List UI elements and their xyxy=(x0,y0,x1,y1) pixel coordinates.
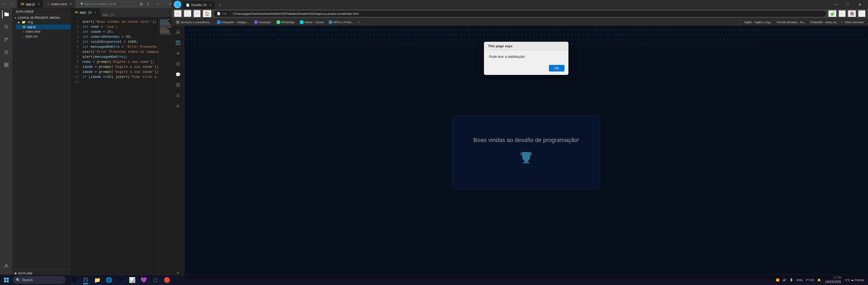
bookmark-other-chevron[interactable]: » xyxy=(841,20,843,24)
tab-indexhtml-close[interactable]: ✕ xyxy=(69,2,72,6)
other-bookmarks: Inglês - Inglês | Ling... Finnish phrase… xyxy=(740,20,866,24)
collections-btn[interactable]: 📚 xyxy=(848,10,857,17)
browser-active-tab[interactable]: 📄 Desafio JS ✕ xyxy=(183,1,215,9)
bl-icon-8[interactable]: ⚙ xyxy=(174,102,182,110)
vscode-search-bar[interactable]: 🔍 logica-js-projeto_inicial xyxy=(78,1,136,7)
code-content: alert('Boas vindas ao nosso site!'); let… xyxy=(81,19,158,277)
bookmark-canva[interactable]: C Home - Canva xyxy=(298,20,326,25)
taskbar-app-vscode[interactable]: {'} xyxy=(80,275,91,285)
bl-icon-2[interactable] xyxy=(174,39,182,47)
activity-accounts[interactable] xyxy=(2,262,10,270)
address-separator: | xyxy=(229,12,230,15)
tab-appjs-label: app.js xyxy=(26,2,35,6)
bl-icon-6[interactable] xyxy=(174,81,182,89)
css-icon: # xyxy=(22,35,24,38)
activity-bar xyxy=(0,8,13,285)
sidebar-project-folder[interactable]: ▾ LOGICA-JS-PROJETO_INICIAL xyxy=(13,15,71,20)
minimap xyxy=(158,17,172,279)
taskbar-search[interactable]: 🔍 Search xyxy=(13,276,65,284)
folder-icon: 📁 xyxy=(22,20,26,24)
browser-tab-close[interactable]: ✕ xyxy=(209,3,212,7)
layout-icon[interactable]: ⊞ xyxy=(138,1,145,7)
browser-refresh-btn[interactable]: ↻ xyxy=(193,10,201,18)
svg-rect-6 xyxy=(4,63,6,65)
vscode-toolbar-icons: ⊞ ⫿ xyxy=(138,1,151,7)
dialog-title: This page says xyxy=(484,42,568,50)
address-bar[interactable]: 📄 File | C/Users/gajor/OneDrive/Area%20d… xyxy=(213,10,827,17)
taskbar-app-vs[interactable]: 💜 xyxy=(138,275,149,285)
browser-maximize[interactable]: □ xyxy=(842,0,854,9)
sidebar-title: EXPLORER xyxy=(13,8,71,14)
favorites-btn[interactable]: ☆ xyxy=(838,10,846,17)
bookmark-servicos[interactable]: S Serviços e consultoria... xyxy=(174,20,214,25)
bookmark-chevron[interactable]: » xyxy=(356,20,361,25)
js-icon: JS xyxy=(22,25,26,29)
window-controls: ─ □ ✕ xyxy=(152,0,172,8)
maximize-button[interactable]: □ xyxy=(164,0,172,8)
browser-close[interactable]: ✕ xyxy=(854,0,866,9)
taskbar-app-browser[interactable]: 🌐 xyxy=(103,275,114,285)
taskbar-app-excel[interactable]: 📊 xyxy=(127,275,137,285)
more-btn[interactable]: ⋯ xyxy=(858,10,866,17)
bl-icon-5[interactable]: 💬 xyxy=(174,70,182,79)
bl-icon-7[interactable]: ☰ xyxy=(174,91,182,100)
bookmark-integrator[interactable]: I Integrator – Integra... xyxy=(215,20,251,25)
bl-icon-1[interactable] xyxy=(174,28,182,36)
bookmark-ingles[interactable]: Inglês - Inglês | Ling... xyxy=(742,20,774,24)
bookmark-nfse[interactable]: N NFS-e | Porta... xyxy=(327,20,355,25)
extensions-btn[interactable]: 🧩 xyxy=(828,10,837,17)
svg-point-0 xyxy=(4,25,7,28)
tab-appjs[interactable]: JS app.js ✕ xyxy=(17,0,44,8)
activity-source-control[interactable] xyxy=(2,35,10,44)
dialog-ok-button[interactable]: OK xyxy=(549,65,564,72)
browser-window-controls: ─ □ ✕ xyxy=(830,0,866,9)
activity-search[interactable] xyxy=(2,23,10,31)
browser-back-btn[interactable]: ← xyxy=(174,10,182,17)
sidebar-file-stylecss[interactable]: # style.css xyxy=(16,34,71,39)
bl-icon-4[interactable] xyxy=(174,60,182,68)
bookmark-nfse-label: NFS-e | Porta... xyxy=(333,21,353,24)
taskbar-vs-icon: 💜 xyxy=(141,277,147,283)
dialog-overlay: This page says Pode tirar a habilitação!… xyxy=(184,26,868,279)
bookmark-hostinger[interactable]: H Hostinger xyxy=(252,20,273,25)
browser-forward-btn[interactable]: → xyxy=(184,10,192,17)
sidebar-img-folder[interactable]: ▶ 📁 img xyxy=(16,20,71,25)
svg-rect-7 xyxy=(7,63,8,65)
nav-arrows: ← → xyxy=(0,1,17,7)
sidebar-file-appjs[interactable]: JS app.js xyxy=(16,25,71,29)
activity-explorer[interactable] xyxy=(2,10,10,19)
tab-appjs-close[interactable]: ✕ xyxy=(37,2,40,6)
editor-tab-close[interactable]: ✕ xyxy=(95,11,96,14)
browser-new-tab-btn[interactable]: + xyxy=(215,2,224,9)
bl-icon-3[interactable] xyxy=(174,49,182,58)
forward-arrow[interactable]: → xyxy=(9,1,15,7)
browser-home-btn[interactable]: 🏠 xyxy=(203,10,212,18)
bookmark-other-label[interactable]: Other favorites xyxy=(843,20,866,24)
taskbar-app-node[interactable]: ⬡ xyxy=(150,275,161,285)
back-arrow[interactable]: ← xyxy=(2,1,8,7)
activity-extensions[interactable] xyxy=(2,61,10,69)
activity-debug[interactable] xyxy=(2,48,10,57)
editor-tab-appjs[interactable]: JS app.js ✕ xyxy=(71,8,100,17)
split-icon[interactable]: ⫿ xyxy=(146,1,151,7)
browser-minimize[interactable]: ─ xyxy=(830,0,842,9)
minimize-button[interactable]: ─ xyxy=(152,0,164,8)
start-button[interactable] xyxy=(1,275,11,285)
bookmark-finnish[interactable]: Finnish phrases - Su... xyxy=(775,20,808,24)
svg-rect-9 xyxy=(7,65,8,67)
tab-indexhtml[interactable]: H index.html ✕ xyxy=(44,0,76,8)
taskbar-app-mail[interactable]: ✉ xyxy=(115,275,126,285)
code-editor[interactable]: 1 2 3 4 5 6 7 8 9 10 11 12 13 xyxy=(71,17,158,279)
sidebar-file-indexhtml[interactable]: H index.html xyxy=(16,29,71,34)
bookmark-finlandes[interactable]: Finlandês - todos os... xyxy=(808,20,841,24)
browser-profile-icon[interactable]: 🌐 xyxy=(174,1,181,8)
taskbar-app-extra[interactable]: 🔴 xyxy=(162,275,172,285)
taskbar-app-widget[interactable]: ⊞ xyxy=(69,275,79,285)
editor-tab-appjs-label: app.js xyxy=(80,10,92,14)
editor-js-icon: JS xyxy=(74,11,78,14)
taskbar-vscode-icon: {'} xyxy=(83,277,88,283)
browser-inner: 💬 ☰ ⚙ + 1100101 1 00101001 1010001 1 001… xyxy=(172,26,868,279)
taskbar-app-file[interactable]: 📁 xyxy=(92,275,102,285)
bookmark-whatsapp[interactable]: W WhatsApp xyxy=(275,20,297,25)
bookmark-integrator-label: Integrator – Integra... xyxy=(222,21,249,24)
